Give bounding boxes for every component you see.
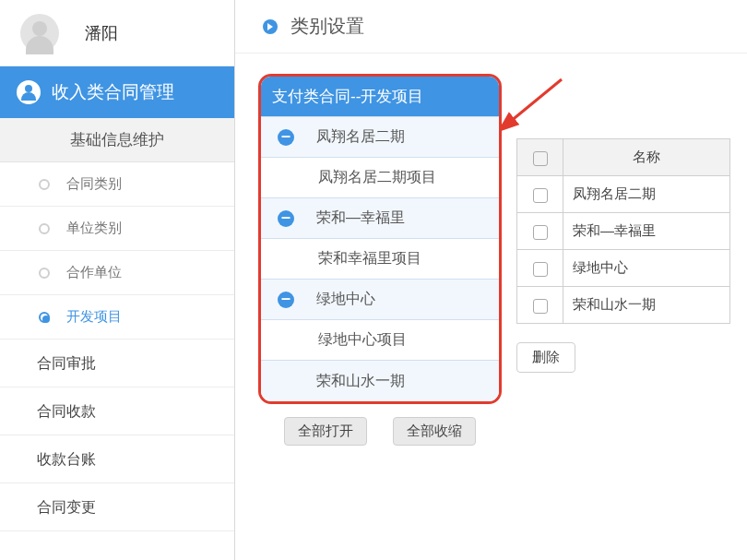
- checkbox-icon[interactable]: [533, 299, 548, 314]
- tree-node-label: 荣和山水一期: [316, 372, 405, 391]
- menu-label: 单位类别: [66, 220, 122, 237]
- delete-button[interactable]: 删除: [516, 342, 575, 373]
- radio-icon: [39, 179, 50, 190]
- checkbox-icon[interactable]: [533, 262, 548, 277]
- tree-node-label: 凤翔名居二期: [316, 127, 405, 147]
- user-name: 潘阳: [85, 22, 118, 44]
- tree-header-label: 支付类合同--开发项目: [272, 86, 423, 107]
- checkbox-icon[interactable]: [533, 225, 548, 240]
- collapse-icon[interactable]: –: [278, 292, 294, 308]
- table-row[interactable]: 荣和山水一期: [517, 287, 730, 324]
- tree-child[interactable]: 凤翔名居二期项目: [261, 158, 499, 198]
- row-name: 荣和—幸福里: [563, 213, 730, 250]
- sidebar-item-ledger[interactable]: 收款台账: [0, 435, 234, 483]
- sidebar-item-unit-category[interactable]: 单位类别: [0, 207, 234, 251]
- header-checkbox-cell[interactable]: [517, 139, 563, 176]
- tree-node[interactable]: – 凤翔名居二期: [261, 117, 499, 158]
- module-title: 收入类合同管理: [52, 80, 174, 104]
- tree-node-label: 荣和—幸福里: [316, 209, 405, 228]
- header-name-cell: 名称: [563, 139, 730, 176]
- radio-icon: [39, 268, 50, 279]
- selection-table-panel: 名称 凤翔名居二期 荣和—幸福里 绿地中心 荣和山水一期 删除: [516, 138, 730, 373]
- tree-buttons: 全部打开 全部收缩: [258, 417, 502, 446]
- tree-child-label: 凤翔名居二期项目: [318, 168, 436, 187]
- table-row[interactable]: 荣和—幸福里: [517, 213, 730, 250]
- sidebar-item-change[interactable]: 合同变更: [0, 483, 234, 531]
- tree-node-label: 绿地中心: [316, 290, 375, 309]
- table-row[interactable]: 绿地中心: [517, 250, 730, 287]
- row-name: 荣和山水一期: [563, 287, 730, 324]
- sidebar-item-approval[interactable]: 合同审批: [0, 340, 234, 387]
- avatar: [20, 14, 59, 53]
- svg-line-0: [510, 79, 562, 122]
- selection-table: 名称 凤翔名居二期 荣和—幸福里 绿地中心 荣和山水一期: [516, 138, 730, 324]
- tree-child-label: 荣和幸福里项目: [318, 249, 421, 268]
- table-row[interactable]: 凤翔名居二期: [517, 176, 730, 213]
- sidebar-item-receipt[interactable]: 合同收款: [0, 387, 234, 435]
- tree-child[interactable]: 绿地中心项目: [261, 320, 499, 361]
- collapse-all-button[interactable]: 全部收缩: [393, 417, 476, 446]
- tree-node[interactable]: – 绿地中心: [261, 280, 499, 320]
- sidebar: 潘阳 收入类合同管理 基础信息维护 合同类别 单位类别 合作单位 开发项目 合同…: [0, 0, 235, 560]
- project-tree-panel: 支付类合同--开发项目 – 凤翔名居二期 凤翔名居二期项目 – 荣和—幸福里 荣…: [258, 74, 502, 446]
- menu-label: 开发项目: [66, 308, 122, 326]
- collapse-icon[interactable]: –: [278, 129, 294, 146]
- row-name: 绿地中心: [563, 250, 730, 287]
- checkbox-icon[interactable]: [533, 151, 548, 166]
- menu-label: 合作单位: [66, 264, 122, 281]
- submenu-header[interactable]: 基础信息维护: [0, 118, 234, 162]
- page-title: 类别设置: [290, 14, 364, 39]
- annotation-arrow: [501, 76, 565, 131]
- radio-icon: [39, 223, 50, 234]
- menu-label: 合同类别: [66, 175, 122, 193]
- tree-child-label: 绿地中心项目: [318, 330, 407, 350]
- project-tree-box: 支付类合同--开发项目 – 凤翔名居二期 凤翔名居二期项目 – 荣和—幸福里 荣…: [258, 74, 502, 404]
- sidebar-item-contract-category[interactable]: 合同类别: [0, 162, 234, 207]
- user-row: 潘阳: [0, 0, 234, 66]
- main-area: 类别设置 支付类合同--开发项目 – 凤翔名居二期 凤翔名居二期项目 – 荣和—…: [235, 0, 747, 560]
- tree-node[interactable]: – 荣和—幸福里: [261, 198, 499, 239]
- checkbox-icon[interactable]: [533, 188, 548, 203]
- radio-icon: [39, 312, 50, 323]
- header-bullet-icon: [263, 19, 278, 34]
- tree-child[interactable]: 荣和幸福里项目: [261, 239, 499, 280]
- user-icon: [17, 80, 41, 104]
- collapse-icon[interactable]: –: [278, 210, 294, 227]
- module-header[interactable]: 收入类合同管理: [0, 66, 234, 118]
- tree-node[interactable]: 荣和山水一期: [261, 361, 499, 401]
- expand-all-button[interactable]: 全部打开: [284, 417, 367, 446]
- sidebar-item-partner-unit[interactable]: 合作单位: [0, 251, 234, 295]
- table-header-row: 名称: [517, 139, 730, 176]
- tree-header[interactable]: 支付类合同--开发项目: [261, 77, 499, 117]
- page-header: 类别设置: [235, 0, 747, 54]
- row-name: 凤翔名居二期: [563, 176, 730, 213]
- sidebar-item-dev-project[interactable]: 开发项目: [0, 295, 234, 340]
